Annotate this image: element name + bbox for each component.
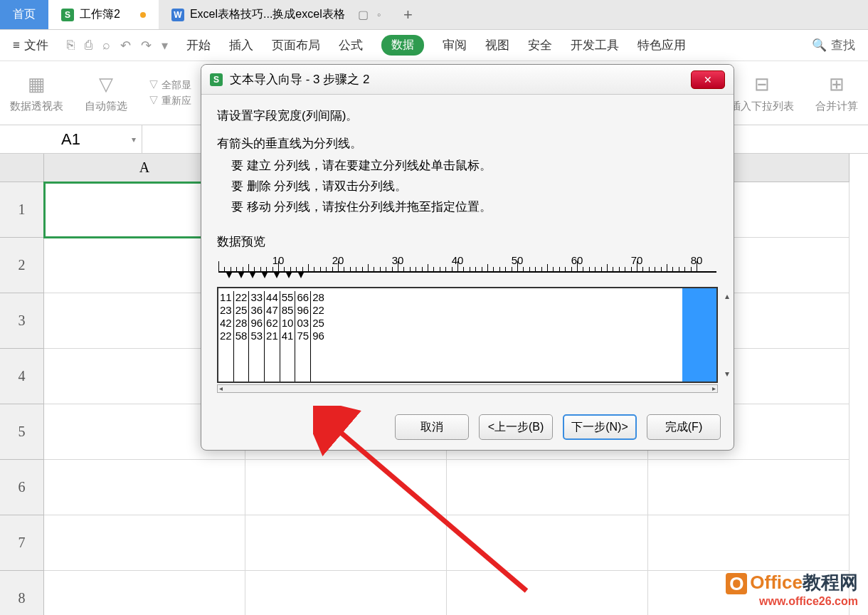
row-header[interactable]: 6	[0, 460, 44, 515]
menu-file[interactable]: ≡ 文件	[13, 37, 48, 53]
ruler[interactable]: 1020304050607080	[217, 256, 718, 284]
preview-column[interactable]: 44476221	[265, 291, 280, 382]
row-header[interactable]: 1	[0, 182, 44, 238]
preview-column[interactable]: 28222596	[311, 291, 326, 382]
dialog-body: 请设置字段宽度(列间隔)。 有箭头的垂直线为分列线。 要 建立 分列线，请在要建…	[201, 95, 734, 404]
tab-more-icon[interactable]: ◦	[377, 9, 381, 21]
menu-start[interactable]: 开始	[186, 37, 211, 53]
ruler-mark: 70	[631, 254, 643, 266]
preview-column[interactable]: 55851041	[280, 291, 296, 382]
ribbon-show-all[interactable]: ▽ 全部显	[149, 79, 191, 92]
scroll-left-icon[interactable]: ◂	[219, 384, 223, 392]
select-all-corner[interactable]	[0, 154, 44, 182]
vertical-scrollbar[interactable]: ▴ ▾	[682, 288, 716, 382]
menu-formula[interactable]: 公式	[339, 37, 363, 53]
menu-page-layout[interactable]: 页面布局	[272, 37, 320, 53]
undo-icon[interactable]: ↶	[120, 38, 131, 53]
cancel-button[interactable]: 取消	[395, 414, 469, 440]
new-tab-button[interactable]: +	[393, 0, 422, 29]
menu-security[interactable]: 安全	[528, 37, 552, 53]
cell[interactable]	[44, 515, 245, 571]
row-header[interactable]: 4	[0, 349, 44, 404]
cell[interactable]	[245, 571, 447, 615]
redo-icon[interactable]: ↷	[141, 38, 152, 53]
preview-label: 数据预览	[217, 233, 718, 250]
cell[interactable]	[648, 515, 850, 571]
preview-cell: 21	[266, 330, 278, 342]
preview-cell: 10	[282, 317, 294, 330]
pivot-icon: ▦	[28, 73, 46, 95]
preview-icon[interactable]: ⌕	[102, 38, 110, 53]
tab-workbook[interactable]: S 工作簿2	[48, 0, 159, 29]
preview-cell: 96	[297, 304, 309, 317]
ribbon-dropdown-list[interactable]: ⊟ 插入下拉列表	[730, 73, 794, 113]
hamburger-icon: ≡	[13, 38, 20, 53]
ribbon-merge-calc[interactable]: ⊞ 合并计算	[815, 73, 858, 113]
preview-column[interactable]: 33369653	[249, 291, 265, 382]
tab-window-icon[interactable]: ▢	[358, 8, 369, 21]
next-button[interactable]: 下一步(N)>	[563, 414, 637, 440]
preview-column[interactable]: 22252858	[234, 291, 250, 382]
preview-cell: 42	[220, 317, 232, 330]
preview-column[interactable]: 66960375	[295, 291, 311, 382]
menu-search[interactable]: 🔍 查找	[812, 37, 855, 53]
cell[interactable]	[447, 515, 648, 571]
preview-cell: 62	[266, 317, 278, 330]
menu-review[interactable]: 审阅	[443, 37, 467, 53]
ruler-mark: 80	[691, 254, 703, 266]
tab-home[interactable]: 首页	[0, 0, 48, 29]
preview-cell: 44	[266, 291, 278, 304]
horizontal-scrollbar[interactable]: ◂ ▸	[217, 384, 718, 393]
spreadsheet-icon: S	[210, 73, 223, 86]
dropdown-icon[interactable]: ▾	[162, 38, 168, 53]
search-icon: 🔍	[812, 38, 827, 53]
preview-cell: 36	[250, 304, 263, 317]
text-import-wizard-dialog: S 文本导入向导 - 3 步骤之 2 ✕ 请设置字段宽度(列间隔)。 有箭头的垂…	[201, 64, 734, 451]
scroll-up-icon[interactable]: ▴	[725, 291, 729, 301]
cell[interactable]	[447, 460, 648, 515]
menu-insert[interactable]: 插入	[229, 37, 253, 53]
menu-dev-tools[interactable]: 开发工具	[571, 37, 619, 53]
row-header[interactable]: 2	[0, 238, 44, 293]
cell[interactable]	[44, 571, 245, 615]
row-header[interactable]: 5	[0, 404, 44, 460]
ribbon-pivot[interactable]: ▦ 数据透视表	[10, 73, 63, 113]
funnel-small-icon: ▽	[149, 79, 159, 90]
quick-access-toolbar: ⎘ ⎙ ⌕ ↶ ↷ ▾	[67, 38, 168, 53]
print-icon[interactable]: ⎙	[85, 38, 92, 53]
cell[interactable]	[648, 460, 850, 515]
row-header[interactable]: 8	[0, 571, 44, 615]
menu-data[interactable]: 数据	[381, 35, 424, 56]
scroll-right-icon[interactable]: ▸	[712, 384, 716, 392]
cell[interactable]	[44, 460, 245, 515]
ribbon-reapply[interactable]: ▽ 重新应	[149, 95, 191, 107]
dialog-titlebar[interactable]: S 文本导入向导 - 3 步骤之 2 ✕	[201, 65, 734, 95]
menu-special[interactable]: 特色应用	[637, 37, 686, 53]
dialog-title-text: 文本导入向导 - 3 步骤之 2	[230, 71, 369, 88]
chevron-down-icon[interactable]: ▾	[132, 135, 136, 144]
cell[interactable]	[245, 460, 447, 515]
back-button[interactable]: <上一步(B)	[479, 414, 553, 440]
dropdown-list-icon: ⊟	[754, 73, 770, 95]
cell[interactable]	[447, 571, 648, 615]
preview-cell: 47	[266, 304, 278, 317]
row-header[interactable]: 7	[0, 515, 44, 571]
name-box[interactable]: A1 ▾	[0, 125, 142, 153]
save-icon[interactable]: ⎘	[67, 38, 75, 53]
cell[interactable]	[245, 515, 447, 571]
ribbon-autofilter[interactable]: ▽ 自动筛选	[85, 73, 127, 113]
row-header[interactable]: 3	[0, 293, 44, 349]
scroll-down-icon[interactable]: ▾	[725, 369, 729, 379]
tab-excel-article[interactable]: W Excel表格技巧...换成excel表格 ▢ ◦	[159, 0, 393, 29]
data-preview[interactable]: 1123422222252858333696534447622155851041…	[217, 287, 718, 383]
dialog-hint-move: 要 移动 分列线，请按住分列线并拖至指定位置。	[231, 199, 718, 215]
dialog-buttons: 取消 <上一步(B) 下一步(N)> 完成(F)	[201, 404, 734, 450]
preview-cell: 96	[312, 330, 324, 342]
ruler-mark: 10	[272, 254, 285, 266]
close-button[interactable]: ✕	[691, 70, 725, 89]
spreadsheet-icon: S	[61, 9, 74, 21]
preview-column[interactable]: 11234222	[218, 291, 234, 382]
preview-cell: 53	[250, 330, 263, 342]
menu-view[interactable]: 视图	[485, 37, 509, 53]
finish-button[interactable]: 完成(F)	[647, 414, 721, 440]
